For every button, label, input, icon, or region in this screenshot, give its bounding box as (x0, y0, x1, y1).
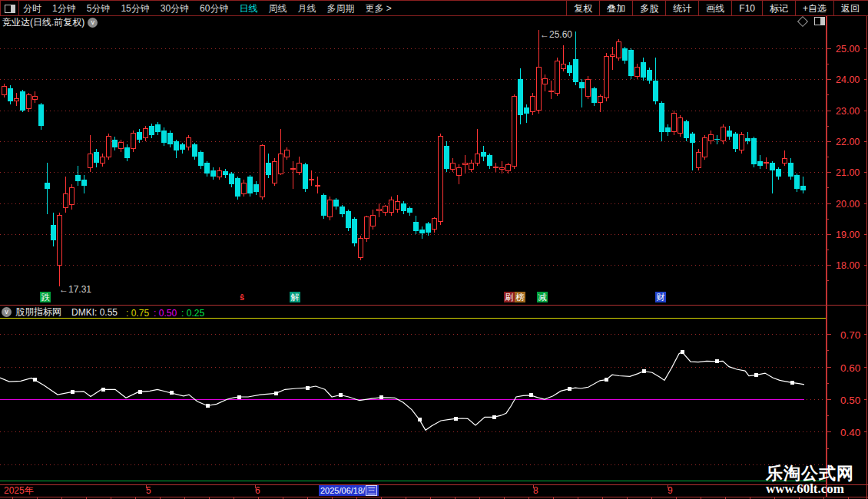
event-badge: ŝ (237, 292, 247, 302)
menu-item-日线[interactable]: 日线 (239, 1, 257, 16)
diamond-icon[interactable] (797, 15, 808, 26)
svg-text:24.00: 24.00 (836, 74, 860, 85)
svg-text:25.00: 25.00 (836, 44, 860, 55)
window-split-button[interactable] (0, 1, 19, 16)
menu-item-周线[interactable]: 周线 (268, 1, 287, 16)
menu-item-15分钟[interactable]: 15分钟 (121, 1, 149, 16)
menu-item-多周期[interactable]: 多周期 (326, 1, 354, 16)
menu-item-F10[interactable]: F10 (731, 1, 762, 16)
event-badge: 刷榜 (504, 292, 525, 302)
top-toolbar: 分时1分钟5分钟15分钟30分钟60分钟日线周线月线多周期更多 > 复权叠加多股… (0, 0, 868, 16)
menu-item-30分钟[interactable]: 30分钟 (161, 1, 189, 16)
svg-text:21.00: 21.00 (836, 167, 860, 178)
page-title: 竞业达(日线.前复权) (2, 16, 84, 29)
indicator-value-label: DMKI: 0.55 (71, 307, 118, 318)
indicator-header: v 股朋指标网 DMKI: 0.55 : 0.75: 0.50: 0.25 (2, 306, 204, 318)
svg-text:0.50: 0.50 (840, 395, 860, 406)
event-badge: 解 (290, 292, 300, 302)
svg-text:19.00: 19.00 (836, 230, 860, 240)
panel-icon[interactable] (814, 17, 825, 25)
menu-item-更多 >[interactable]: 更多 > (365, 1, 391, 16)
menu-item-+自选[interactable]: +自选 (795, 1, 833, 16)
action-menu: 复权叠加多股统计画线F10标记+自选返回 (566, 1, 866, 16)
selected-date: 2025/06/18/ (320, 485, 365, 496)
selected-date-badge[interactable]: 2025/06/18/ 三 (319, 485, 379, 496)
menu-item-1分钟[interactable]: 1分钟 (52, 1, 76, 16)
event-badge: 跌 (40, 292, 51, 302)
indicator-source-label: 股朋指标网 (15, 306, 61, 319)
chart-canvas: 25.0024.0023.0022.0021.0020.0019.0018.00… (0, 0, 868, 499)
watermark: 乐淘公式网 www.60lt.com (766, 464, 854, 496)
svg-text:23.00: 23.00 (836, 106, 860, 117)
indicator-level-0.75: : 0.75 (126, 308, 149, 319)
menu-item-分时[interactable]: 分时 (23, 1, 41, 16)
svg-text:18.00: 18.00 (836, 260, 860, 271)
watermark-url: www.60lt.com (766, 482, 854, 496)
corner-icons (799, 17, 825, 25)
menu-item-叠加[interactable]: 叠加 (599, 1, 632, 16)
menu-item-标记[interactable]: 标记 (762, 1, 795, 16)
menu-item-画线[interactable]: 画线 (698, 1, 731, 16)
svg-text:22.00: 22.00 (836, 137, 860, 147)
chevron-down-icon[interactable]: v (88, 18, 98, 28)
svg-text:6: 6 (255, 485, 260, 496)
menu-item-5分钟[interactable]: 5分钟 (87, 1, 111, 16)
menu-item-多股[interactable]: 多股 (632, 1, 665, 16)
svg-text:9: 9 (668, 485, 673, 496)
indicator-level-0.50: : 0.50 (154, 308, 177, 319)
menu-item-统计[interactable]: 统计 (665, 1, 698, 16)
svg-text:20.00: 20.00 (836, 199, 860, 210)
collapse-chevron-icon[interactable]: v (2, 307, 12, 317)
watermark-site-name: 乐淘公式网 (766, 464, 854, 482)
period-menu: 分时1分钟5分钟15分钟30分钟60分钟日线周线月线多周期更多 > (23, 1, 392, 16)
chart-title-row: 竞业达(日线.前复权) v (2, 17, 98, 28)
price-annotation: ←17.31 (59, 284, 91, 295)
price-annotation: ←25.60 (540, 29, 572, 40)
menu-item-60分钟[interactable]: 60分钟 (200, 1, 228, 16)
svg-text:0.70: 0.70 (840, 329, 860, 341)
event-badge: 减 (537, 292, 548, 302)
indicator-level-0.25: : 0.25 (181, 308, 204, 319)
svg-text:5: 5 (146, 485, 151, 496)
app-window: 25.0024.0023.0022.0021.0020.0019.0018.00… (0, 0, 868, 499)
svg-text:0.40: 0.40 (840, 427, 860, 438)
svg-text:2025年: 2025年 (4, 485, 34, 496)
menu-item-月线[interactable]: 月线 (297, 1, 316, 16)
svg-text:8: 8 (533, 485, 538, 496)
menu-item-返回[interactable]: 返回 (833, 1, 866, 16)
split-view-icon (5, 5, 15, 13)
svg-text:0.60: 0.60 (840, 362, 860, 374)
indicator-level-values: : 0.75: 0.50: 0.25 (121, 306, 204, 319)
selected-weekday: 三 (366, 485, 377, 496)
menu-item-复权[interactable]: 复权 (566, 1, 599, 16)
event-badge: 财 (655, 292, 666, 302)
